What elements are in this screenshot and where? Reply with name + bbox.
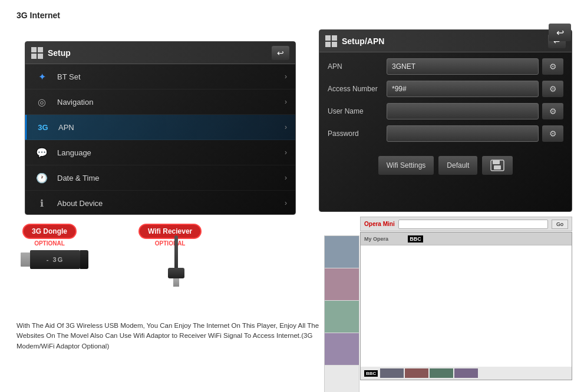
language-icon: 💬	[34, 144, 50, 161]
top-back-button[interactable]: ↩	[549, 24, 571, 41]
menu-label-navigation: Navigation	[57, 98, 285, 107]
grid-icon	[31, 47, 43, 59]
opera-mini-label: Opera Mini	[364, 221, 395, 227]
menu-label-btset: BT Set	[57, 72, 285, 81]
password-input[interactable]	[387, 125, 539, 142]
apn-grid-icon	[325, 35, 337, 47]
save-button[interactable]	[482, 156, 513, 175]
menu-item-language[interactable]: 💬 Language ›	[25, 140, 295, 165]
navigation-icon: ◎	[34, 94, 50, 110]
bbc-thumbnails	[380, 368, 478, 378]
menu-label-language: Language	[57, 148, 285, 157]
bbc-thumb-4	[454, 368, 478, 378]
menu-label-datetime: Date & Time	[57, 174, 285, 182]
apn-form: APN ⚙ Access Number ⚙ User Name ⚙ Passwo…	[319, 52, 572, 151]
apn-row-access: Access Number ⚙	[328, 79, 563, 98]
apn-gear-button-2[interactable]: ⚙	[542, 81, 563, 97]
default-button[interactable]: Default	[438, 156, 477, 175]
apn-field-label: APN	[328, 62, 387, 71]
3g-icon: 3G	[35, 119, 51, 135]
opera-mini-top-strip: Opera Mini Go	[360, 217, 572, 231]
bbc-thumb-1	[380, 368, 404, 378]
wifi-usb-connector	[173, 278, 179, 287]
sidebar-thumb-4	[325, 333, 359, 366]
bbc-bar: BBC	[392, 232, 439, 245]
apn-field-input[interactable]	[387, 58, 539, 75]
bbc-thumb-2	[405, 368, 428, 378]
setup-back-button[interactable]: ↩	[272, 46, 289, 60]
apn-header: Setup/APN ↩	[319, 30, 572, 52]
setup-panel: Setup ↩ ✦ BT Set › ◎ Navigation › 3G APN…	[25, 41, 296, 215]
arrow-icon-lang: ›	[285, 148, 287, 157]
my-opera-bar: My Opera BBC	[361, 232, 572, 245]
bbc-bottom-bar: BBC	[361, 367, 572, 380]
wifi-antenna	[174, 235, 178, 268]
apn-row-apn: APN ⚙	[328, 57, 563, 76]
menu-label-about: About Device	[57, 199, 285, 208]
svg-rect-2	[494, 165, 501, 170]
menu-item-apn[interactable]: 3G APN ›	[25, 115, 295, 140]
my-opera-text: My Opera	[364, 236, 388, 242]
arrow-icon-nav: ›	[285, 98, 287, 106]
wifi-device-illustration	[168, 235, 184, 287]
apn-bottom-buttons: Wifi Settings Default	[319, 151, 572, 175]
username-label: User Name	[328, 107, 387, 115]
dongle-group: 3G Dongle OPTIONAL	[22, 224, 77, 247]
browser-window: My Opera BBC Opera Mini www.youtube.com …	[360, 232, 572, 380]
page-title: 3G Internet	[17, 11, 60, 20]
wifi-body	[168, 268, 184, 278]
sidebar-thumb-2	[325, 268, 359, 301]
3g-dongle-badge: 3G Dongle	[22, 224, 77, 239]
save-icon	[490, 159, 505, 172]
optional-label-1: OPTIONAL	[34, 240, 65, 247]
svg-rect-1	[493, 160, 500, 164]
bbc-thumb-3	[430, 368, 453, 378]
apn-gear-button-1[interactable]: ⚙	[542, 58, 563, 75]
arrow-icon-apn: ›	[285, 123, 287, 131]
apn-row-username: User Name ⚙	[328, 102, 563, 121]
menu-item-btset[interactable]: ✦ BT Set ›	[25, 64, 295, 89]
usb-dongle-illustration: - 3G	[21, 250, 88, 269]
apn-panel: Setup/APN ↩ APN ⚙ Access Number ⚙ User N…	[319, 29, 572, 212]
sidebar-thumbnails	[324, 235, 359, 392]
username-input[interactable]	[387, 103, 539, 119]
apn-title: Setup/APN	[342, 36, 548, 46]
dongle-cap	[80, 250, 88, 269]
description-text: With The Aid Of 3G Wireless USB Modem, Y…	[17, 321, 338, 351]
dongle-label: - 3G	[47, 256, 64, 263]
arrow-icon-about: ›	[285, 199, 287, 207]
arrow-icon-dt: ›	[285, 174, 287, 182]
password-label: Password	[328, 129, 387, 138]
sidebar-thumb-1	[325, 236, 359, 268]
opera-search-input[interactable]	[398, 220, 548, 229]
info-icon: ℹ	[34, 195, 50, 211]
dongle-body: - 3G	[30, 250, 80, 269]
menu-item-about[interactable]: ℹ About Device ›	[25, 191, 295, 215]
sidebar-thumb-3	[325, 301, 359, 333]
setup-title: Setup	[48, 48, 272, 58]
wifi-settings-button[interactable]: Wifi Settings	[378, 156, 434, 175]
apn-row-password: Password ⚙	[328, 124, 563, 143]
apn-gear-button-4[interactable]: ⚙	[542, 125, 563, 142]
usb-plug	[21, 253, 30, 267]
bbc-bottom-logo: BBC	[364, 370, 378, 377]
setup-header: Setup ↩	[25, 42, 295, 64]
menu-item-navigation[interactable]: ◎ Navigation ›	[25, 89, 295, 115]
bluetooth-icon: ✦	[34, 68, 50, 85]
opera-go-button[interactable]: Go	[552, 220, 568, 229]
clock-icon: 🕐	[34, 170, 50, 186]
menu-label-apn: APN	[58, 123, 285, 132]
bbc-logo: BBC	[408, 235, 423, 242]
access-number-input[interactable]	[387, 81, 539, 97]
arrow-icon: ›	[285, 72, 287, 81]
apn-gear-button-3[interactable]: ⚙	[542, 103, 563, 119]
menu-item-datetime[interactable]: 🕐 Date & Time ›	[25, 165, 295, 191]
access-number-label: Access Number	[328, 85, 387, 93]
